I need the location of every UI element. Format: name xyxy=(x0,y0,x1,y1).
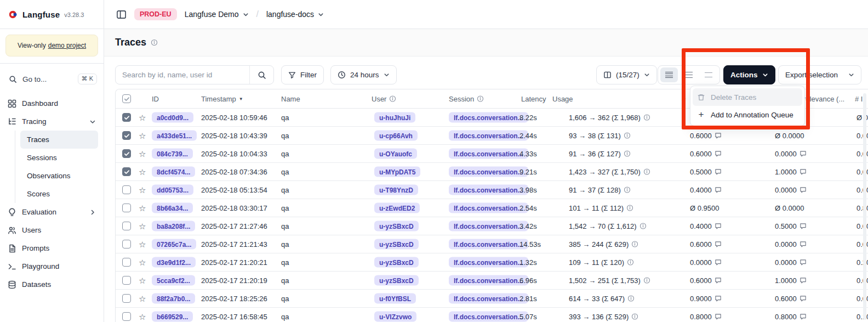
sidebar-item-tracing[interactable]: Tracing xyxy=(0,112,104,131)
bookmark-star[interactable]: ☆ xyxy=(139,186,146,194)
user-cell[interactable]: u-VIZzvwo xyxy=(374,312,416,322)
checkbox[interactable] xyxy=(122,113,131,122)
row-checkbox[interactable] xyxy=(122,149,131,158)
table-row[interactable]: ☆8dcf4574...2025-02-18 07:34:36qau-MYpDA… xyxy=(116,163,868,181)
session-cell[interactable]: lf.docs.conversation... xyxy=(449,221,528,231)
trace-id-cell[interactable]: 084c739... xyxy=(152,149,193,159)
session-badge[interactable]: lf.docs.conversation... xyxy=(449,239,528,250)
user-cell[interactable]: u-yzSBxcD xyxy=(374,275,419,286)
checkbox[interactable] xyxy=(122,131,131,140)
session-cell[interactable]: lf.docs.conversation... xyxy=(449,312,528,322)
star-icon[interactable]: ☆ xyxy=(139,276,146,285)
star-icon[interactable]: ☆ xyxy=(139,114,146,122)
user-cell[interactable]: u-f0YfBSL xyxy=(374,293,416,304)
checkbox[interactable] xyxy=(122,258,131,267)
table-row[interactable]: ☆ba8a208f...2025-02-17 21:27:46qau-yzSBx… xyxy=(116,217,868,235)
session-badge[interactable]: lf.docs.conversation... xyxy=(449,257,528,268)
trace-id-cell[interactable]: ba8a208f... xyxy=(152,221,195,231)
menu-item-delete-traces[interactable]: Delete Traces xyxy=(693,88,802,106)
sidebar-item-observations[interactable]: Observations xyxy=(20,167,98,185)
sidebar-item-sessions[interactable]: Sessions xyxy=(20,149,98,167)
bookmark-star[interactable]: ☆ xyxy=(139,204,146,212)
search-submit-button[interactable] xyxy=(249,66,273,84)
row-checkbox[interactable] xyxy=(122,294,131,303)
table-row[interactable]: ☆dd05753...2025-02-18 05:13:54qau-T98Ynz… xyxy=(116,181,868,199)
row-checkbox[interactable] xyxy=(122,258,131,267)
row-checkbox[interactable] xyxy=(122,113,131,122)
star-icon[interactable]: ☆ xyxy=(139,313,146,321)
session-cell[interactable]: lf.docs.conversation... xyxy=(449,257,528,268)
checkbox[interactable] xyxy=(122,240,131,248)
session-cell[interactable]: lf.docs.conversation... xyxy=(449,112,528,123)
bookmark-star[interactable]: ☆ xyxy=(139,222,146,230)
bookmark-star[interactable]: ☆ xyxy=(139,168,146,176)
trace-id-cell[interactable]: a0cd0d9... xyxy=(152,112,193,123)
trace-id-cell[interactable]: dd05753... xyxy=(152,185,193,195)
star-icon[interactable]: ☆ xyxy=(139,240,146,248)
user-badge[interactable]: u-MYpDAT5 xyxy=(374,167,420,177)
trace-id-cell[interactable]: 8b66a34... xyxy=(152,203,193,213)
column-header-timestamp[interactable]: Timestamp▼ xyxy=(201,95,243,103)
session-badge[interactable]: lf.docs.conversation... xyxy=(449,131,528,141)
sidebar-item-scores[interactable]: Scores xyxy=(20,185,98,203)
user-badge[interactable]: u-yzSBxcD xyxy=(374,239,419,250)
user-badge[interactable]: u-yzSBxcD xyxy=(374,275,419,286)
session-cell[interactable]: lf.docs.conversation... xyxy=(449,275,528,286)
checkbox[interactable] xyxy=(122,222,131,230)
table-row[interactable]: ☆88f2a7b0...2025-02-17 18:25:26qau-f0YfB… xyxy=(116,290,868,308)
star-icon[interactable]: ☆ xyxy=(139,132,146,140)
trace-id-cell[interactable]: d3e9d1f2... xyxy=(152,257,196,268)
trace-id-cell[interactable]: 8dcf4574... xyxy=(152,167,195,177)
trace-id-badge[interactable]: 5cca9cf2... xyxy=(152,275,195,286)
trace-id-cell[interactable]: b669529... xyxy=(152,312,193,322)
user-cell[interactable]: u-yzSBxcD xyxy=(374,257,419,268)
star-icon[interactable]: ☆ xyxy=(139,204,146,212)
table-row[interactable]: ☆d3e9d1f2...2025-02-17 21:20:21qau-yzSBx… xyxy=(116,253,868,272)
table-row[interactable]: ☆8b66a34...2025-02-18 03:30:17qau-zEwdED… xyxy=(116,199,868,217)
session-badge[interactable]: lf.docs.conversation... xyxy=(449,149,528,159)
bookmark-star[interactable]: ☆ xyxy=(139,258,146,267)
session-cell[interactable]: lf.docs.conversation... xyxy=(449,149,528,159)
sidebar-item-datasets[interactable]: Datasets xyxy=(0,275,104,293)
vertical-scrollbar[interactable] xyxy=(863,93,866,320)
trace-id-badge[interactable]: 084c739... xyxy=(152,149,193,159)
session-badge[interactable]: lf.docs.conversation... xyxy=(449,293,528,304)
filter-button[interactable]: Filter xyxy=(281,65,324,84)
star-icon[interactable]: ☆ xyxy=(139,258,146,267)
session-badge[interactable]: lf.docs.conversation... xyxy=(449,275,528,286)
session-cell[interactable]: lf.docs.conversation... xyxy=(449,203,528,213)
time-range-button[interactable]: 24 hours xyxy=(330,65,397,84)
star-icon[interactable]: ☆ xyxy=(139,222,146,230)
row-height-compact-button[interactable] xyxy=(660,67,678,82)
sidebar-toggle-button[interactable] xyxy=(116,9,127,20)
bookmark-star[interactable]: ☆ xyxy=(139,114,146,122)
user-cell[interactable]: u-cp66Avh xyxy=(374,131,418,141)
row-checkbox[interactable] xyxy=(122,276,131,285)
row-checkbox[interactable] xyxy=(122,222,131,230)
sidebar-item-dashboard[interactable]: Dashboard xyxy=(0,94,104,112)
row-checkbox[interactable] xyxy=(122,185,131,194)
user-cell[interactable]: u-T98YnzD xyxy=(374,185,418,195)
actions-button[interactable]: Actions xyxy=(723,65,775,84)
session-cell[interactable]: lf.docs.conversation... xyxy=(449,239,528,250)
row-checkbox[interactable] xyxy=(122,312,131,321)
checkbox[interactable] xyxy=(122,204,131,212)
bookmark-star[interactable]: ☆ xyxy=(139,240,146,248)
user-badge[interactable]: u-OYauofc xyxy=(374,149,417,159)
trace-id-badge[interactable]: 8dcf4574... xyxy=(152,167,195,177)
session-badge[interactable]: lf.docs.conversation... xyxy=(449,112,528,123)
trace-id-badge[interactable]: a0cd0d9... xyxy=(152,112,193,123)
trace-id-badge[interactable]: d3e9d1f2... xyxy=(152,257,196,268)
row-checkbox[interactable] xyxy=(122,240,131,248)
row-height-large-button[interactable] xyxy=(700,67,717,82)
bookmark-star[interactable]: ☆ xyxy=(139,295,146,303)
search-input[interactable] xyxy=(116,66,249,84)
session-badge[interactable]: lf.docs.conversation... xyxy=(449,185,528,195)
org-selector[interactable]: Langfuse Demo xyxy=(185,10,249,19)
sidebar-item-traces[interactable]: Traces xyxy=(20,131,98,149)
user-cell[interactable]: u-zEwdED2 xyxy=(374,203,420,213)
row-checkbox[interactable] xyxy=(122,131,131,140)
row-checkbox[interactable] xyxy=(122,204,131,212)
star-icon[interactable]: ☆ xyxy=(139,295,146,303)
user-badge[interactable]: u-T98YnzD xyxy=(374,185,418,195)
